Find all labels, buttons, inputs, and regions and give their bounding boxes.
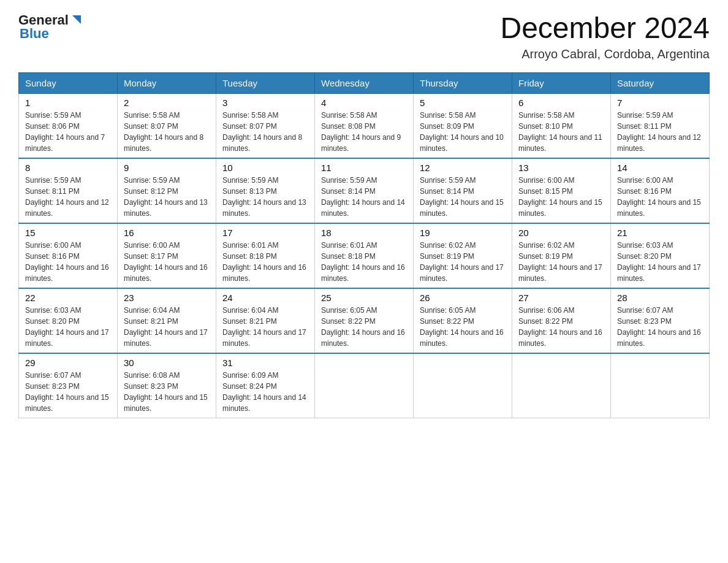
day-number: 7 <box>617 98 703 108</box>
calendar-cell: 12Sunrise: 5:59 AMSunset: 8:14 PMDayligh… <box>414 158 512 223</box>
calendar-cell: 15Sunrise: 6:00 AMSunset: 8:16 PMDayligh… <box>19 223 118 288</box>
calendar-cell: 16Sunrise: 6:00 AMSunset: 8:17 PMDayligh… <box>118 223 216 288</box>
day-info: Sunrise: 6:01 AMSunset: 8:18 PMDaylight:… <box>321 240 407 284</box>
calendar-cell: 7Sunrise: 5:59 AMSunset: 8:11 PMDaylight… <box>611 93 710 158</box>
calendar-cell <box>512 353 611 418</box>
calendar-body: 1Sunrise: 5:59 AMSunset: 8:06 PMDaylight… <box>19 93 710 418</box>
day-number: 22 <box>25 293 111 303</box>
calendar-cell: 28Sunrise: 6:07 AMSunset: 8:23 PMDayligh… <box>611 288 710 353</box>
calendar-cell: 23Sunrise: 6:04 AMSunset: 8:21 PMDayligh… <box>118 288 216 353</box>
calendar-cell: 20Sunrise: 6:02 AMSunset: 8:19 PMDayligh… <box>512 223 611 288</box>
calendar-cell: 4Sunrise: 5:58 AMSunset: 8:08 PMDaylight… <box>315 93 414 158</box>
day-number: 27 <box>518 293 604 303</box>
calendar-cell: 30Sunrise: 6:08 AMSunset: 8:23 PMDayligh… <box>118 353 216 418</box>
calendar-cell <box>315 353 414 418</box>
day-number: 16 <box>124 228 210 238</box>
calendar-cell: 18Sunrise: 6:01 AMSunset: 8:18 PMDayligh… <box>315 223 414 288</box>
day-number: 5 <box>420 98 506 108</box>
calendar-cell: 21Sunrise: 6:03 AMSunset: 8:20 PMDayligh… <box>611 223 710 288</box>
calendar-cell <box>611 353 710 418</box>
day-info: Sunrise: 5:59 AMSunset: 8:11 PMDaylight:… <box>617 110 703 154</box>
title-section: December 2024 Arroyo Cabral, Cordoba, Ar… <box>500 12 710 61</box>
day-number: 26 <box>420 293 506 303</box>
day-number: 8 <box>25 163 111 173</box>
day-info: Sunrise: 6:05 AMSunset: 8:22 PMDaylight:… <box>321 305 407 349</box>
day-info: Sunrise: 5:59 AMSunset: 8:14 PMDaylight:… <box>420 175 506 219</box>
day-info: Sunrise: 6:09 AMSunset: 8:24 PMDaylight:… <box>222 370 308 414</box>
calendar-cell: 25Sunrise: 6:05 AMSunset: 8:22 PMDayligh… <box>315 288 414 353</box>
day-info: Sunrise: 6:05 AMSunset: 8:22 PMDaylight:… <box>420 305 506 349</box>
day-number: 4 <box>321 98 407 108</box>
calendar-header-monday: Monday <box>118 72 216 93</box>
calendar-cell: 6Sunrise: 5:58 AMSunset: 8:10 PMDaylight… <box>512 93 611 158</box>
day-number: 11 <box>321 163 407 173</box>
calendar-header-sunday: Sunday <box>19 72 118 93</box>
day-number: 15 <box>25 228 111 238</box>
calendar-header-tuesday: Tuesday <box>216 72 315 93</box>
day-info: Sunrise: 6:08 AMSunset: 8:23 PMDaylight:… <box>124 370 210 414</box>
day-info: Sunrise: 5:59 AMSunset: 8:11 PMDaylight:… <box>25 175 111 219</box>
day-info: Sunrise: 6:04 AMSunset: 8:21 PMDaylight:… <box>222 305 308 349</box>
day-info: Sunrise: 6:00 AMSunset: 8:17 PMDaylight:… <box>124 240 210 284</box>
day-info: Sunrise: 6:00 AMSunset: 8:16 PMDaylight:… <box>25 240 111 284</box>
day-info: Sunrise: 6:07 AMSunset: 8:23 PMDaylight:… <box>617 305 703 349</box>
day-info: Sunrise: 5:58 AMSunset: 8:07 PMDaylight:… <box>222 110 308 154</box>
calendar-cell: 8Sunrise: 5:59 AMSunset: 8:11 PMDaylight… <box>19 158 118 223</box>
day-number: 19 <box>420 228 506 238</box>
day-info: Sunrise: 5:59 AMSunset: 8:13 PMDaylight:… <box>222 175 308 219</box>
calendar-cell: 13Sunrise: 6:00 AMSunset: 8:15 PMDayligh… <box>512 158 611 223</box>
day-info: Sunrise: 5:58 AMSunset: 8:10 PMDaylight:… <box>518 110 604 154</box>
day-info: Sunrise: 6:04 AMSunset: 8:21 PMDaylight:… <box>124 305 210 349</box>
calendar-header-thursday: Thursday <box>414 72 512 93</box>
day-number: 18 <box>321 228 407 238</box>
calendar-cell: 11Sunrise: 5:59 AMSunset: 8:14 PMDayligh… <box>315 158 414 223</box>
day-number: 3 <box>222 98 308 108</box>
day-number: 9 <box>124 163 210 173</box>
page-header: General Blue December 2024 Arroyo Cabral… <box>18 12 710 61</box>
calendar-cell: 22Sunrise: 6:03 AMSunset: 8:20 PMDayligh… <box>19 288 118 353</box>
calendar-cell: 14Sunrise: 6:00 AMSunset: 8:16 PMDayligh… <box>611 158 710 223</box>
day-info: Sunrise: 6:02 AMSunset: 8:19 PMDaylight:… <box>420 240 506 284</box>
day-number: 28 <box>617 293 703 303</box>
day-number: 29 <box>25 358 111 368</box>
calendar-cell: 19Sunrise: 6:02 AMSunset: 8:19 PMDayligh… <box>414 223 512 288</box>
calendar-week-row: 29Sunrise: 6:07 AMSunset: 8:23 PMDayligh… <box>19 353 710 418</box>
calendar-cell: 3Sunrise: 5:58 AMSunset: 8:07 PMDaylight… <box>216 93 315 158</box>
calendar-cell: 29Sunrise: 6:07 AMSunset: 8:23 PMDayligh… <box>19 353 118 418</box>
page-subtitle: Arroyo Cabral, Cordoba, Argentina <box>500 47 710 61</box>
calendar-cell: 26Sunrise: 6:05 AMSunset: 8:22 PMDayligh… <box>414 288 512 353</box>
calendar-cell: 24Sunrise: 6:04 AMSunset: 8:21 PMDayligh… <box>216 288 315 353</box>
day-info: Sunrise: 6:03 AMSunset: 8:20 PMDaylight:… <box>25 305 111 349</box>
calendar-week-row: 15Sunrise: 6:00 AMSunset: 8:16 PMDayligh… <box>19 223 710 288</box>
day-info: Sunrise: 6:06 AMSunset: 8:22 PMDaylight:… <box>518 305 604 349</box>
day-number: 13 <box>518 163 604 173</box>
calendar-cell <box>414 353 512 418</box>
calendar-cell: 1Sunrise: 5:59 AMSunset: 8:06 PMDaylight… <box>19 93 118 158</box>
logo-blue-text: Blue <box>20 26 83 42</box>
calendar-week-row: 8Sunrise: 5:59 AMSunset: 8:11 PMDaylight… <box>19 158 710 223</box>
calendar-cell: 31Sunrise: 6:09 AMSunset: 8:24 PMDayligh… <box>216 353 315 418</box>
calendar-week-row: 22Sunrise: 6:03 AMSunset: 8:20 PMDayligh… <box>19 288 710 353</box>
calendar-header-wednesday: Wednesday <box>315 72 414 93</box>
day-number: 6 <box>518 98 604 108</box>
day-number: 10 <box>222 163 308 173</box>
calendar-cell: 10Sunrise: 5:59 AMSunset: 8:13 PMDayligh… <box>216 158 315 223</box>
svg-marker-0 <box>72 15 81 24</box>
day-info: Sunrise: 5:59 AMSunset: 8:06 PMDaylight:… <box>25 110 111 154</box>
calendar-header-friday: Friday <box>512 72 611 93</box>
calendar-header-saturday: Saturday <box>611 72 710 93</box>
day-info: Sunrise: 5:59 AMSunset: 8:14 PMDaylight:… <box>321 175 407 219</box>
day-number: 30 <box>124 358 210 368</box>
calendar-table: SundayMondayTuesdayWednesdayThursdayFrid… <box>18 72 710 418</box>
day-info: Sunrise: 6:00 AMSunset: 8:16 PMDaylight:… <box>617 175 703 219</box>
day-info: Sunrise: 6:03 AMSunset: 8:20 PMDaylight:… <box>617 240 703 284</box>
calendar-cell: 17Sunrise: 6:01 AMSunset: 8:18 PMDayligh… <box>216 223 315 288</box>
day-number: 21 <box>617 228 703 238</box>
day-info: Sunrise: 5:59 AMSunset: 8:12 PMDaylight:… <box>124 175 210 219</box>
logo-triangle-icon <box>70 13 83 26</box>
day-info: Sunrise: 6:07 AMSunset: 8:23 PMDaylight:… <box>25 370 111 414</box>
day-number: 1 <box>25 98 111 108</box>
day-number: 20 <box>518 228 604 238</box>
calendar-cell: 9Sunrise: 5:59 AMSunset: 8:12 PMDaylight… <box>118 158 216 223</box>
day-number: 12 <box>420 163 506 173</box>
